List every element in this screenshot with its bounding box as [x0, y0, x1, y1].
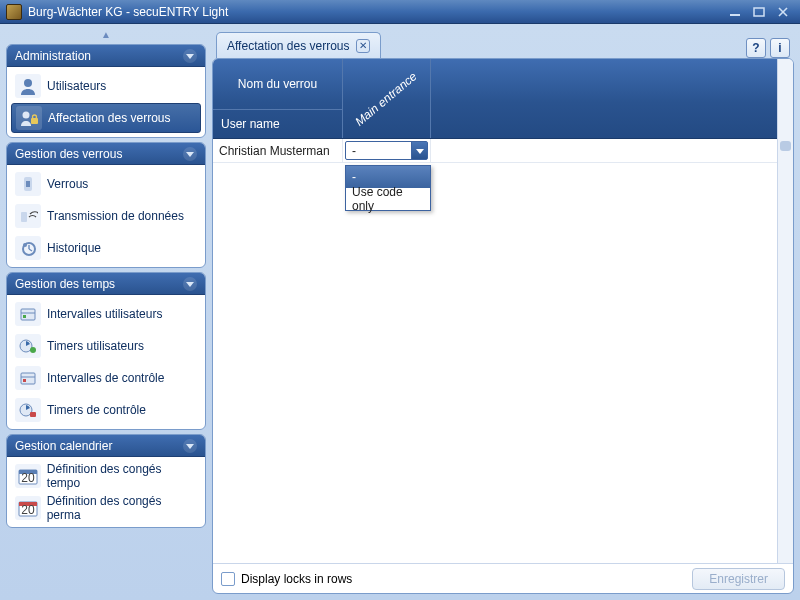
close-button[interactable]	[772, 4, 794, 20]
panel-gestion-temps: Gestion des temps Intervalles utilisateu…	[6, 272, 206, 430]
grid-header: Nom du verrou User name Main entrance	[213, 59, 777, 139]
panel-header-gestion-verrous[interactable]: Gestion des verrous	[7, 143, 205, 165]
tab-affectation-verrous[interactable]: Affectation des verrous ✕	[216, 32, 381, 58]
calendar-perm-icon: 20	[15, 496, 41, 520]
save-button[interactable]: Enregistrer	[692, 568, 785, 590]
tab-label: Affectation des verrous	[227, 39, 350, 53]
sidebar-item-label: Définition des congés tempo	[47, 462, 197, 490]
scrollbar-thumb[interactable]	[780, 141, 791, 151]
dropdown-option[interactable]: Use code only	[346, 188, 430, 210]
sidebar-item-label: Historique	[47, 241, 101, 255]
panel-title: Administration	[15, 49, 183, 63]
svg-marker-9	[186, 152, 194, 157]
column-header-main-entrance[interactable]: Main entrance	[343, 59, 431, 138]
dropdown-option-label: -	[352, 170, 356, 184]
panel-title: Gestion calendrier	[15, 439, 183, 453]
chevron-down-icon[interactable]	[183, 439, 197, 453]
sidebar-item-label: Timers de contrôle	[47, 403, 146, 417]
column-label: Main entrance	[353, 69, 420, 129]
panel-header-gestion-temps[interactable]: Gestion des temps	[7, 273, 205, 295]
svg-rect-11	[26, 181, 30, 187]
help-icon: ?	[752, 41, 759, 55]
panel-header-gestion-calendrier[interactable]: Gestion calendrier	[7, 435, 205, 457]
assignment-grid: Nom du verrou User name Main entrance Ch…	[213, 59, 777, 563]
tab-close-button[interactable]: ✕	[356, 39, 370, 53]
sidebar-item-label: Intervalles utilisateurs	[47, 307, 162, 321]
sidebar-item-transmission[interactable]: Transmission de données	[11, 201, 201, 231]
help-button[interactable]: ?	[746, 38, 766, 58]
panel-header-administration[interactable]: Administration	[7, 45, 205, 67]
cell-user-name: Christian Musterman	[213, 139, 343, 162]
svg-marker-4	[186, 54, 194, 59]
sidebar-item-timers-utilisateurs[interactable]: Timers utilisateurs	[11, 331, 201, 361]
display-locks-checkbox[interactable]	[221, 572, 235, 586]
assignment-dropdown-popup: - Use code only	[345, 165, 431, 211]
sidebar-item-label: Utilisateurs	[47, 79, 106, 93]
svg-rect-20	[23, 315, 26, 318]
sidebar-item-conges-tempo[interactable]: 20 Définition des congés tempo	[11, 461, 201, 491]
sidebar-item-conges-perma[interactable]: 20 Définition des congés perma	[11, 493, 201, 523]
timer-user-icon	[15, 334, 41, 358]
sidebar-item-label: Intervalles de contrôle	[47, 371, 164, 385]
panel-title: Gestion des temps	[15, 277, 183, 291]
sidebar: ▲ Administration Utilisateurs	[6, 30, 206, 594]
chevron-down-icon[interactable]	[183, 147, 197, 161]
sidebar-item-timers-controle[interactable]: Timers de contrôle	[11, 395, 201, 425]
svg-text:20: 20	[21, 503, 35, 517]
svg-marker-35	[416, 149, 424, 154]
transmit-icon	[15, 204, 41, 228]
lock-icon	[15, 172, 41, 196]
svg-line-16	[29, 249, 32, 251]
sidebar-item-intervalles-controle[interactable]: Intervalles de contrôle	[11, 363, 201, 393]
svg-point-22	[30, 347, 36, 353]
app-icon	[6, 4, 22, 20]
svg-rect-0	[730, 14, 740, 16]
save-button-label: Enregistrer	[709, 572, 768, 586]
header-lock-name: Nom du verrou	[213, 59, 342, 110]
dropdown-option-label: Use code only	[352, 185, 424, 213]
svg-rect-27	[30, 412, 36, 417]
sidebar-item-label: Verrous	[47, 177, 88, 191]
sidebar-item-label: Timers utilisateurs	[47, 339, 144, 353]
chevron-down-icon[interactable]	[183, 49, 197, 63]
assignment-dropdown[interactable]: -	[345, 141, 428, 160]
panel-gestion-calendrier: Gestion calendrier 20 Définition des con…	[6, 434, 206, 528]
interval-control-icon	[15, 366, 41, 390]
dropdown-value: -	[352, 144, 356, 158]
svg-point-5	[24, 79, 32, 87]
vertical-scrollbar[interactable]	[777, 59, 793, 563]
svg-rect-12	[21, 212, 27, 222]
panel-administration: Administration Utilisateurs Affectation	[6, 44, 206, 138]
svg-rect-23	[21, 373, 35, 384]
titlebar: Burg-Wächter KG - secuENTRY Light	[0, 0, 800, 24]
chevron-down-icon[interactable]	[183, 277, 197, 291]
maximize-button[interactable]	[748, 4, 770, 20]
sidebar-collapse-handle[interactable]: ▲	[6, 30, 206, 40]
history-icon	[15, 236, 41, 260]
sidebar-item-utilisateurs[interactable]: Utilisateurs	[11, 71, 201, 101]
info-icon: i	[778, 41, 781, 55]
display-locks-label: Display locks in rows	[241, 572, 352, 586]
sidebar-item-label: Transmission de données	[47, 209, 184, 223]
table-row: Christian Musterman -	[213, 139, 777, 163]
cell-lock-assignment: -	[343, 139, 431, 162]
svg-marker-17	[186, 282, 194, 287]
sidebar-item-intervalles-utilisateurs[interactable]: Intervalles utilisateurs	[11, 299, 201, 329]
content-area: Affectation des verrous ✕ ? i Nom du ver…	[212, 30, 794, 594]
svg-rect-1	[754, 8, 764, 16]
calendar-temp-icon: 20	[15, 464, 41, 488]
info-button[interactable]: i	[770, 38, 790, 58]
svg-point-14	[23, 243, 27, 247]
sidebar-item-affectation-verrous[interactable]: Affectation des verrous	[11, 103, 201, 133]
svg-point-6	[23, 112, 30, 119]
svg-rect-8	[33, 115, 37, 119]
sidebar-item-historique[interactable]: Historique	[11, 233, 201, 263]
svg-rect-25	[23, 379, 26, 382]
svg-marker-28	[186, 444, 194, 449]
chevron-down-icon[interactable]	[411, 142, 427, 159]
sidebar-item-verrous[interactable]: Verrous	[11, 169, 201, 199]
header-user-name: User name	[213, 110, 342, 138]
lock-assign-icon	[16, 106, 42, 130]
svg-text:20: 20	[21, 471, 35, 485]
minimize-button[interactable]	[724, 4, 746, 20]
